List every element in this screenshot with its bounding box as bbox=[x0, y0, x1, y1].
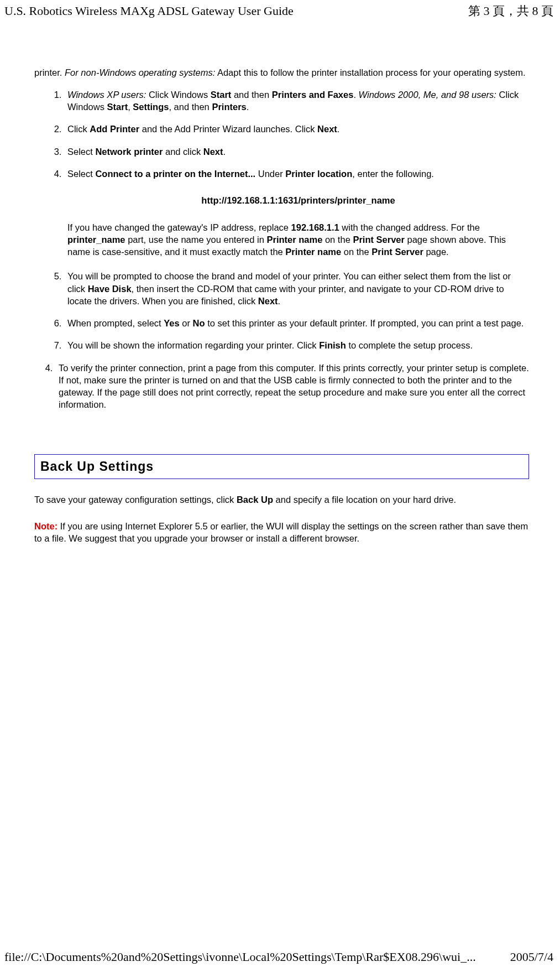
page-footer: file://C:\Documents%20and%20Settings\ivo… bbox=[4, 949, 553, 965]
footer-path: file://C:\Documents%20and%20Settings\ivo… bbox=[4, 949, 476, 965]
page-header: U.S. Robotics Wireless MAXg ADSL Gateway… bbox=[0, 0, 560, 19]
step-4: Select Connect to a printer on the Inter… bbox=[64, 168, 529, 258]
printer-url: http://192.168.1.1:1631/printers/printer… bbox=[67, 194, 529, 206]
step-6: When prompted, select Yes or No to set t… bbox=[64, 317, 529, 329]
step-3: Select Network printer and click Next. bbox=[64, 145, 529, 158]
step-4-followup: If you have changed the gateway's IP add… bbox=[67, 221, 529, 258]
step-7: You will be shown the information regard… bbox=[64, 339, 529, 351]
nested-steps-list: Windows XP users: Click Windows Start an… bbox=[34, 89, 529, 352]
section-heading-backup: Back Up Settings bbox=[34, 454, 529, 479]
doc-title: U.S. Robotics Wireless MAXg ADSL Gateway… bbox=[4, 3, 294, 19]
outer-steps-list: To verify the printer connection, print … bbox=[34, 362, 529, 411]
intro-paragraph: printer. For non-Windows operating syste… bbox=[34, 66, 529, 79]
page-number-top: 第 3 頁，共 8 頁 bbox=[468, 3, 553, 19]
step-1: Windows XP users: Click Windows Start an… bbox=[64, 89, 529, 113]
footer-date: 2005/7/4 bbox=[510, 949, 553, 965]
step-2: Click Add Printer and the Add Printer Wi… bbox=[64, 123, 529, 135]
step-5: You will be prompted to choose the brand… bbox=[64, 270, 529, 307]
backup-para: To save your gateway configuration setti… bbox=[34, 493, 529, 506]
note-label: Note: bbox=[34, 521, 57, 531]
outer-step-4: To verify the printer connection, print … bbox=[55, 362, 529, 411]
backup-note: Note: If you are using Internet Explorer… bbox=[34, 520, 529, 545]
document-content: printer. For non-Windows operating syste… bbox=[0, 19, 560, 545]
